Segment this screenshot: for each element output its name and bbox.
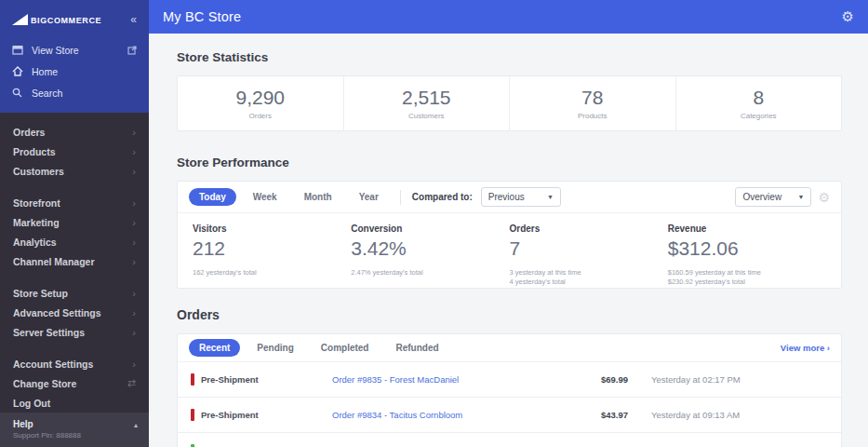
chevron-right-icon: › [132,288,136,299]
home-icon [12,66,23,76]
metric-value: 3.42% [351,237,509,260]
chevron-right-icon: › [132,166,136,177]
app-window: BIGCOMMERCE « View Store Home [0,0,868,447]
metric-label: Visitors [193,224,351,234]
sidebar-nav: Orders › Products › Customers › Storefro… [0,113,149,413]
order-link[interactable]: Order #9834 - Tacitus Cornbloom [332,410,554,420]
period-tab[interactable]: Year [349,188,389,206]
sidebar-collapse-icon[interactable]: « [130,13,137,26]
orders-list: Pre-Shipment Order #9835 - Forest MacDan… [178,362,841,447]
chevron-down-icon: ▼ [547,194,554,200]
performance-metrics-row: Visitors 212 162 yesterday's total Conve… [178,213,841,288]
sidebar-nav-item[interactable]: Change Store ⇄ [0,373,149,393]
sidebar-nav-item-label: Orders [13,127,45,138]
sidebar: BIGCOMMERCE « View Store Home [0,0,149,447]
order-date: Yesterday at 02:17 PM [628,374,828,385]
bigcommerce-logo[interactable]: BIGCOMMERCE [12,14,101,25]
sidebar-nav-item-label: Advanced Settings [13,307,101,318]
sidebar-item-label: Search [32,88,62,99]
stat-cell[interactable]: 78 Products [510,76,676,130]
order-amount: $43.97 [554,410,628,420]
sidebar-nav-item[interactable]: Storefront › [0,193,149,212]
overview-select[interactable]: Overview ▼ [735,187,811,207]
chevron-right-icon: › [132,327,136,338]
stat-label: Categories [741,112,777,120]
gear-icon[interactable]: ⚙ [842,8,854,25]
sidebar-nav-item-label: Server Settings [13,327,85,338]
sidebar-nav-item[interactable]: Marketing › [0,212,149,232]
order-status-label: Pre-Shipment [201,410,259,420]
compared-to-label: Compared to: [412,192,473,202]
sidebar-item-label: Home [32,66,58,77]
sidebar-nav-item-label: Customers [13,166,64,177]
performance-gear-icon[interactable]: ⚙ [818,190,830,205]
metric-label: Orders [510,224,668,234]
help-section[interactable]: Help Support Pin: 888888 ▴ [0,413,149,447]
period-tab[interactable]: Month [294,188,342,206]
sidebar-nav-item-label: Change Store [13,378,76,389]
sidebar-item-search[interactable]: Search [0,82,149,103]
view-more-link[interactable]: View more › [781,343,830,353]
sidebar-nav-item[interactable]: Store Setup › [0,283,149,303]
sidebar-item-label: View Store [32,45,79,56]
stat-label: Products [578,112,608,120]
stat-cell[interactable]: 2,515 Customers [344,76,511,130]
compared-to-value: Previous [488,192,525,202]
sidebar-nav-item-label: Products [13,146,56,157]
sidebar-nav-item-label: Account Settings [13,359,93,370]
stat-value: 9,290 [235,87,285,109]
metric: Visitors 212 162 yesterday's total [193,224,351,288]
bigcommerce-logo-text: BIGCOMMERCE [31,16,101,25]
sidebar-nav-item[interactable]: Log Out [0,393,149,413]
chevron-right-icon: › [132,127,136,138]
orders-filter-tab[interactable]: Pending [247,339,303,357]
table-row[interactable]: Completed Order #9833 - Robert Robertson… [178,433,841,447]
orders-filter-tab[interactable]: Recent [189,339,240,357]
sidebar-nav-item[interactable]: Products › [0,142,149,161]
metric-notes: 3 yesterday at this time 4 yesterday's t… [510,268,668,287]
order-status-label: Pre-Shipment [201,374,259,385]
metric-notes: $160.59 yesterday at this time $230.92 y… [668,268,826,287]
orders-filter-tab[interactable]: Refunded [385,339,448,357]
sidebar-nav-item[interactable]: Advanced Settings › [0,303,149,322]
overview-value: Overview [742,192,781,202]
compared-to-select[interactable]: Previous ▼ [481,187,561,207]
metric-note: 162 yesterday's total [193,268,351,278]
table-row[interactable]: Pre-Shipment Order #9835 - Forest MacDan… [178,362,841,398]
metric-note: 2.47% yesterday's total [351,268,509,278]
orders-heading: Orders [177,307,842,322]
sidebar-nav-item[interactable]: Customers › [0,161,149,181]
store-statistics-heading: Store Statistics [177,50,842,64]
sidebar-item-view-store[interactable]: View Store [0,39,149,61]
sidebar-nav-item[interactable]: Channel Manager › [0,251,149,271]
divider [400,190,401,205]
period-tab[interactable]: Today [189,188,236,206]
performance-controls-row: Today Week Month Year Compared to: Previ… [178,182,841,213]
metric-notes: 162 yesterday's total [193,268,351,278]
sidebar-nav-item-label: Log Out [13,398,50,409]
search-icon [12,88,23,98]
store-statistics-card: 9,290 Orders 2,515 Customers 78 Products [177,75,842,131]
stat-cell[interactable]: 8 Categories [676,76,842,130]
sidebar-nav-item[interactable]: Analytics › [0,232,149,251]
table-row[interactable]: Pre-Shipment Order #9834 - Tacitus Cornb… [178,398,841,433]
chevron-down-icon: ▼ [798,194,805,200]
stat-value: 8 [753,87,764,109]
sidebar-item-home[interactable]: Home [0,61,149,82]
stat-cell[interactable]: 9,290 Orders [178,76,344,130]
main-area: My BC Store ⚙ Store Statistics 9,290 Ord… [149,0,868,447]
period-tab[interactable]: Week [243,188,287,206]
sidebar-nav-item[interactable]: Orders › [0,122,149,142]
order-link[interactable]: Order #9835 - Forest MacDaniel [332,374,554,385]
stat-value: 78 [581,87,603,109]
metric: Orders 7 3 yesterday at this time 4 yest… [510,224,668,288]
chevron-right-icon: › [132,146,136,157]
sidebar-nav-item[interactable]: Account Settings › [0,354,149,373]
store-performance-card: Today Week Month Year Compared to: Previ… [177,181,842,289]
orders-filter-tab[interactable]: Completed [311,339,380,357]
performance-period-tabs: Today Week Month Year [189,188,389,206]
sidebar-nav-item[interactable]: Server Settings › [0,322,149,342]
chevron-right-icon: ⇄ [127,377,136,389]
stat-label: Orders [249,112,272,120]
orders-filter-tabs: Recent Pending Completed Refunded [189,339,449,357]
